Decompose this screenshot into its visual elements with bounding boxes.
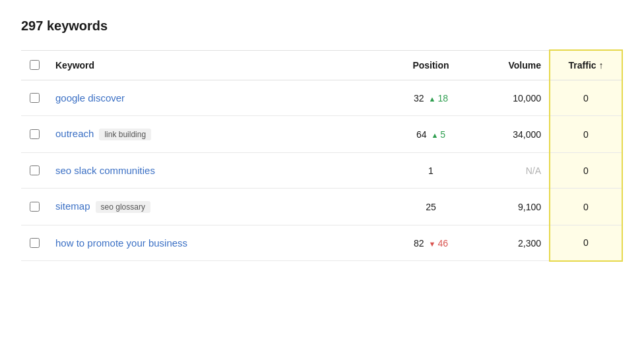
arrow-up-icon: ▲	[429, 95, 436, 103]
keyword-link[interactable]: how to promote your business	[55, 237, 187, 249]
keyword-tag: seo glossary	[96, 201, 150, 213]
position-value: 64	[416, 129, 427, 140]
row-keyword: how to promote your business	[48, 225, 385, 261]
select-all-checkbox[interactable]	[30, 60, 40, 70]
traffic-value: 0	[583, 202, 589, 212]
keyword-link[interactable]: sitemap	[55, 200, 90, 212]
table-header-row: Keyword Position Volume Traffic ↑	[21, 50, 622, 80]
volume-value: 2,300	[518, 238, 541, 249]
volume-value: 9,100	[518, 202, 541, 212]
row-traffic: 0	[550, 189, 622, 225]
row-traffic: 0	[550, 225, 622, 261]
row-checkbox[interactable]	[30, 129, 40, 139]
keywords-table: Keyword Position Volume Traffic ↑ google…	[21, 49, 623, 262]
row-position: 25	[385, 189, 477, 225]
volume-na: N/A	[526, 165, 541, 176]
row-keyword: outreachlink building	[48, 116, 385, 153]
keyword-link[interactable]: seo slack communities	[55, 165, 155, 176]
table-row: outreachlink building64 ▲534,0000	[21, 116, 622, 153]
header-volume: Volume	[477, 50, 550, 80]
table-row: how to promote your business82 ▼462,3000	[21, 225, 622, 261]
page-title: 297 keywords	[21, 18, 623, 34]
position-value: 82	[414, 238, 424, 249]
volume-value: 10,000	[513, 93, 541, 104]
arrow-down-icon: ▼	[429, 240, 436, 248]
row-traffic: 0	[550, 153, 622, 189]
traffic-value: 0	[583, 237, 589, 248]
row-position: 32 ▲18	[385, 80, 477, 116]
row-checkbox[interactable]	[30, 238, 40, 248]
keyword-tag: link building	[99, 129, 151, 140]
header-keyword: Keyword	[48, 50, 385, 80]
row-checkbox[interactable]	[30, 165, 40, 175]
keyword-link[interactable]: google discover	[55, 92, 125, 104]
row-position: 82 ▼46	[385, 225, 477, 261]
header-traffic: Traffic ↑	[550, 50, 622, 80]
row-volume: 9,100	[477, 189, 550, 225]
position-value: 25	[426, 202, 436, 212]
change-value: 5	[440, 129, 445, 140]
position-value: 1	[428, 165, 434, 176]
row-traffic: 0	[550, 116, 622, 153]
arrow-up-icon: ▲	[431, 131, 438, 139]
row-position: 1	[385, 153, 477, 189]
volume-value: 34,000	[513, 129, 541, 140]
change-value: 46	[437, 238, 448, 249]
row-volume: 2,300	[477, 225, 550, 261]
row-volume: N/A	[477, 153, 550, 189]
row-checkbox[interactable]	[30, 93, 40, 103]
header-position: Position	[385, 50, 477, 80]
keyword-link[interactable]: outreach	[55, 128, 94, 139]
row-checkbox-cell	[21, 189, 48, 225]
traffic-value: 0	[583, 93, 589, 104]
traffic-value: 0	[583, 129, 589, 140]
row-checkbox-cell	[21, 153, 48, 189]
table-row: google discover32 ▲1810,0000	[21, 80, 622, 116]
header-checkbox-cell	[21, 50, 48, 80]
position-value: 32	[414, 93, 424, 104]
row-volume: 34,000	[477, 116, 550, 153]
table-row: sitemapseo glossary259,1000	[21, 189, 622, 225]
row-checkbox-cell	[21, 80, 48, 116]
change-value: 18	[437, 93, 448, 104]
row-checkbox-cell	[21, 116, 48, 153]
row-volume: 10,000	[477, 80, 550, 116]
row-position: 64 ▲5	[385, 116, 477, 153]
table-row: seo slack communities1N/A0	[21, 153, 622, 189]
row-keyword: sitemapseo glossary	[48, 189, 385, 225]
traffic-value: 0	[583, 165, 589, 176]
row-traffic: 0	[550, 80, 622, 116]
row-checkbox[interactable]	[30, 202, 40, 212]
row-checkbox-cell	[21, 225, 48, 261]
row-keyword: seo slack communities	[48, 153, 385, 189]
row-keyword: google discover	[48, 80, 385, 116]
